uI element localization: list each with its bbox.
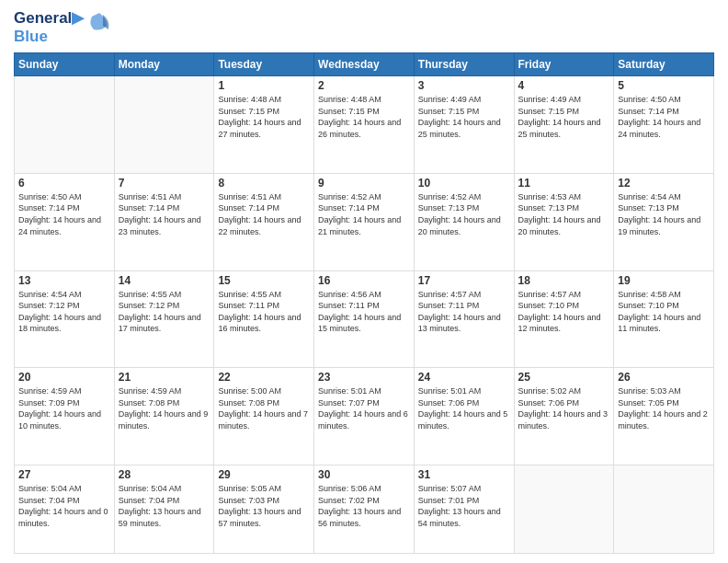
logo-text: General▶ Blue — [14, 9, 84, 45]
day-number: 14 — [119, 274, 210, 287]
day-number: 4 — [518, 79, 610, 92]
day-info: Sunrise: 5:04 AM Sunset: 7:04 PM Dayligh… — [18, 483, 110, 529]
calendar-cell: 17Sunrise: 4:57 AM Sunset: 7:11 PM Dayli… — [414, 270, 514, 368]
day-info: Sunrise: 4:55 AM Sunset: 7:12 PM Dayligh… — [119, 289, 210, 335]
day-number: 30 — [318, 468, 410, 481]
calendar-cell: 6Sunrise: 4:50 AM Sunset: 7:14 PM Daylig… — [15, 173, 115, 270]
day-info: Sunrise: 5:01 AM Sunset: 7:07 PM Dayligh… — [318, 385, 410, 431]
day-info: Sunrise: 5:02 AM Sunset: 7:06 PM Dayligh… — [518, 385, 610, 431]
day-number: 7 — [119, 177, 210, 190]
calendar-table: SundayMondayTuesdayWednesdayThursdayFrid… — [14, 52, 714, 554]
week-row-4: 27Sunrise: 5:04 AM Sunset: 7:04 PM Dayli… — [15, 465, 714, 553]
calendar-cell — [114, 76, 214, 174]
weekday-header-sunday: Sunday — [15, 53, 115, 76]
day-info: Sunrise: 5:00 AM Sunset: 7:08 PM Dayligh… — [218, 385, 310, 431]
calendar-cell: 16Sunrise: 4:56 AM Sunset: 7:11 PM Dayli… — [314, 270, 415, 368]
calendar-cell — [614, 465, 714, 553]
calendar-cell: 10Sunrise: 4:52 AM Sunset: 7:13 PM Dayli… — [414, 173, 514, 270]
day-info: Sunrise: 4:51 AM Sunset: 7:14 PM Dayligh… — [218, 191, 310, 237]
day-info: Sunrise: 4:58 AM Sunset: 7:10 PM Dayligh… — [618, 289, 710, 335]
logo: General▶ Blue — [14, 9, 112, 45]
weekday-header-friday: Friday — [514, 53, 614, 76]
calendar-cell: 24Sunrise: 5:01 AM Sunset: 7:06 PM Dayli… — [414, 368, 514, 465]
calendar-cell: 9Sunrise: 4:52 AM Sunset: 7:14 PM Daylig… — [314, 173, 415, 270]
week-row-1: 6Sunrise: 4:50 AM Sunset: 7:14 PM Daylig… — [15, 173, 714, 270]
calendar-cell — [15, 76, 115, 174]
calendar-cell: 15Sunrise: 4:55 AM Sunset: 7:11 PM Dayli… — [214, 270, 314, 368]
calendar-cell: 11Sunrise: 4:53 AM Sunset: 7:13 PM Dayli… — [514, 173, 614, 270]
weekday-header-thursday: Thursday — [414, 53, 514, 76]
calendar-cell: 7Sunrise: 4:51 AM Sunset: 7:14 PM Daylig… — [114, 173, 214, 270]
day-number: 1 — [218, 79, 310, 92]
day-info: Sunrise: 5:04 AM Sunset: 7:04 PM Dayligh… — [119, 483, 210, 529]
calendar-cell: 3Sunrise: 4:49 AM Sunset: 7:15 PM Daylig… — [414, 76, 514, 174]
calendar-cell: 1Sunrise: 4:48 AM Sunset: 7:15 PM Daylig… — [214, 76, 314, 174]
day-number: 16 — [318, 274, 410, 287]
day-info: Sunrise: 4:52 AM Sunset: 7:13 PM Dayligh… — [418, 191, 510, 237]
day-info: Sunrise: 4:56 AM Sunset: 7:11 PM Dayligh… — [318, 289, 410, 335]
header: General▶ Blue — [14, 9, 714, 45]
day-info: Sunrise: 4:53 AM Sunset: 7:13 PM Dayligh… — [518, 191, 610, 237]
day-number: 11 — [518, 177, 610, 190]
day-number: 25 — [518, 371, 610, 384]
day-info: Sunrise: 4:49 AM Sunset: 7:15 PM Dayligh… — [418, 94, 510, 140]
day-number: 23 — [318, 371, 410, 384]
calendar-cell: 27Sunrise: 5:04 AM Sunset: 7:04 PM Dayli… — [15, 465, 115, 553]
weekday-header-tuesday: Tuesday — [214, 53, 314, 76]
day-info: Sunrise: 4:57 AM Sunset: 7:11 PM Dayligh… — [418, 289, 510, 335]
day-number: 8 — [218, 177, 310, 190]
day-number: 28 — [119, 468, 210, 481]
day-number: 6 — [18, 177, 110, 190]
day-number: 22 — [218, 371, 310, 384]
day-number: 5 — [618, 79, 710, 92]
calendar-cell: 25Sunrise: 5:02 AM Sunset: 7:06 PM Dayli… — [514, 368, 614, 465]
calendar-cell: 18Sunrise: 4:57 AM Sunset: 7:10 PM Dayli… — [514, 270, 614, 368]
day-number: 18 — [518, 274, 610, 287]
day-number: 3 — [418, 79, 510, 92]
day-number: 17 — [418, 274, 510, 287]
calendar-cell: 4Sunrise: 4:49 AM Sunset: 7:15 PM Daylig… — [514, 76, 614, 174]
day-info: Sunrise: 4:48 AM Sunset: 7:15 PM Dayligh… — [318, 94, 410, 140]
day-info: Sunrise: 4:59 AM Sunset: 7:08 PM Dayligh… — [119, 385, 210, 431]
day-number: 12 — [618, 177, 710, 190]
day-info: Sunrise: 4:50 AM Sunset: 7:14 PM Dayligh… — [18, 191, 110, 237]
day-info: Sunrise: 5:07 AM Sunset: 7:01 PM Dayligh… — [418, 483, 510, 529]
calendar-cell: 8Sunrise: 4:51 AM Sunset: 7:14 PM Daylig… — [214, 173, 314, 270]
calendar-cell: 20Sunrise: 4:59 AM Sunset: 7:09 PM Dayli… — [15, 368, 115, 465]
day-number: 19 — [618, 274, 710, 287]
calendar-cell: 29Sunrise: 5:05 AM Sunset: 7:03 PM Dayli… — [214, 465, 314, 553]
day-info: Sunrise: 4:55 AM Sunset: 7:11 PM Dayligh… — [218, 289, 310, 335]
day-number: 29 — [218, 468, 310, 481]
day-info: Sunrise: 4:57 AM Sunset: 7:10 PM Dayligh… — [518, 289, 610, 335]
day-info: Sunrise: 4:49 AM Sunset: 7:15 PM Dayligh… — [518, 94, 610, 140]
day-info: Sunrise: 4:48 AM Sunset: 7:15 PM Dayligh… — [218, 94, 310, 140]
day-number: 26 — [618, 371, 710, 384]
calendar-cell: 12Sunrise: 4:54 AM Sunset: 7:13 PM Dayli… — [614, 173, 714, 270]
day-number: 2 — [318, 79, 410, 92]
day-info: Sunrise: 4:54 AM Sunset: 7:13 PM Dayligh… — [618, 191, 710, 237]
day-info: Sunrise: 4:59 AM Sunset: 7:09 PM Dayligh… — [18, 385, 110, 431]
calendar-cell: 21Sunrise: 4:59 AM Sunset: 7:08 PM Dayli… — [114, 368, 214, 465]
calendar-cell: 22Sunrise: 5:00 AM Sunset: 7:08 PM Dayli… — [214, 368, 314, 465]
weekday-header-row: SundayMondayTuesdayWednesdayThursdayFrid… — [15, 53, 714, 76]
week-row-2: 13Sunrise: 4:54 AM Sunset: 7:12 PM Dayli… — [15, 270, 714, 368]
day-info: Sunrise: 4:52 AM Sunset: 7:14 PM Dayligh… — [318, 191, 410, 237]
calendar-cell: 2Sunrise: 4:48 AM Sunset: 7:15 PM Daylig… — [314, 76, 415, 174]
day-info: Sunrise: 4:51 AM Sunset: 7:14 PM Dayligh… — [119, 191, 210, 237]
day-number: 31 — [418, 468, 510, 481]
day-info: Sunrise: 4:54 AM Sunset: 7:12 PM Dayligh… — [18, 289, 110, 335]
day-info: Sunrise: 5:05 AM Sunset: 7:03 PM Dayligh… — [218, 483, 310, 529]
page: General▶ Blue SundayMondayTuesdayWednesd… — [0, 0, 728, 563]
day-number: 21 — [119, 371, 210, 384]
day-info: Sunrise: 5:03 AM Sunset: 7:05 PM Dayligh… — [618, 385, 710, 431]
day-number: 15 — [218, 274, 310, 287]
day-number: 13 — [18, 274, 110, 287]
calendar-cell: 19Sunrise: 4:58 AM Sunset: 7:10 PM Dayli… — [614, 270, 714, 368]
calendar-cell: 14Sunrise: 4:55 AM Sunset: 7:12 PM Dayli… — [114, 270, 214, 368]
day-number: 20 — [18, 371, 110, 384]
calendar-cell: 31Sunrise: 5:07 AM Sunset: 7:01 PM Dayli… — [414, 465, 514, 553]
day-number: 27 — [18, 468, 110, 481]
calendar-cell: 30Sunrise: 5:06 AM Sunset: 7:02 PM Dayli… — [314, 465, 415, 553]
calendar-cell — [514, 465, 614, 553]
day-info: Sunrise: 5:06 AM Sunset: 7:02 PM Dayligh… — [318, 483, 410, 529]
